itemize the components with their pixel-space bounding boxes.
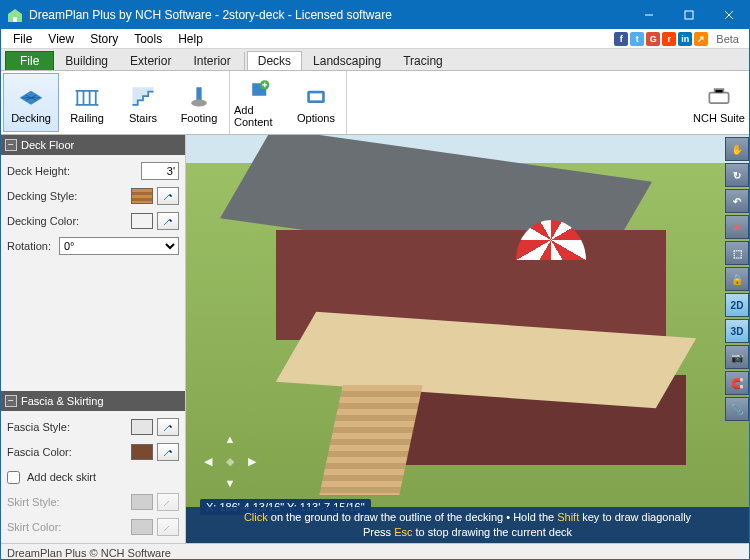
camera-tool[interactable]: 📷 — [725, 345, 749, 369]
panel-body-deck-floor: Deck Height: Decking Style: Decking Colo… — [1, 155, 185, 262]
decking-color-swatch[interactable] — [131, 213, 153, 229]
window-title: DreamPlan Plus by NCH Software - 2story-… — [29, 8, 629, 22]
fascia-color-swatch[interactable] — [131, 444, 153, 460]
menu-help[interactable]: Help — [170, 30, 211, 48]
delete-tool[interactable]: ✕ — [725, 215, 749, 239]
social-facebook-icon[interactable]: f — [614, 32, 628, 46]
collapse-icon[interactable]: − — [5, 395, 17, 407]
panel-header-deck-floor[interactable]: − Deck Floor — [1, 135, 185, 155]
skirt-color-label: Skirt Color: — [7, 521, 127, 533]
beta-label: Beta — [716, 33, 739, 45]
nav-left[interactable]: ◀ — [200, 453, 216, 469]
ribbon-group-content: Add Content Options — [230, 71, 347, 134]
snap-tool[interactable]: 🧲 — [725, 371, 749, 395]
rotation-select[interactable]: 0° — [59, 237, 179, 255]
undo-tool[interactable]: ↶ — [725, 189, 749, 213]
skirt-color-row: Skirt Color: — [7, 517, 179, 537]
social-twitter-icon[interactable]: t — [630, 32, 644, 46]
ribbon-label: NCH Suite — [693, 112, 745, 124]
fascia-color-picker[interactable] — [157, 443, 179, 461]
add-content-icon — [246, 77, 274, 102]
ribbon-decking-button[interactable]: Decking — [3, 73, 59, 132]
svg-rect-7 — [709, 92, 728, 103]
scene-render — [186, 135, 749, 543]
ribbon-add-content-button[interactable]: Add Content — [232, 73, 288, 132]
collapse-icon[interactable]: − — [5, 139, 17, 151]
eyedropper-icon — [162, 521, 174, 533]
ribbon-label: Railing — [70, 112, 104, 124]
minimize-button[interactable] — [629, 1, 669, 29]
menu-story[interactable]: Story — [82, 30, 126, 48]
deck-height-input[interactable] — [141, 162, 179, 180]
attach-tool[interactable]: 📎 — [725, 397, 749, 421]
viewport-3d[interactable]: ✋ ↻ ↶ ✕ ⬚ 🔒 2D 3D 📷 🧲 📎 ▲ ▼ ◀ ▶ ◆ X: 186… — [186, 135, 749, 543]
options-icon — [302, 82, 330, 110]
fascia-style-picker[interactable] — [157, 418, 179, 436]
railing-icon — [73, 82, 101, 110]
tab-building[interactable]: Building — [54, 51, 119, 70]
skirt-style-picker — [157, 493, 179, 511]
eyedropper-icon — [162, 421, 174, 433]
side-panel: − Deck Floor Deck Height: Decking Style:… — [1, 135, 186, 543]
decking-style-picker[interactable] — [157, 187, 179, 205]
fascia-style-label: Fascia Style: — [7, 421, 127, 433]
skirt-color-picker — [157, 518, 179, 536]
tab-decks[interactable]: Decks — [247, 51, 302, 70]
ribbon-footing-button[interactable]: Footing — [171, 73, 227, 132]
rotation-label: Rotation: — [7, 240, 55, 252]
ribbon-stairs-button[interactable]: Stairs — [115, 73, 171, 132]
deck-height-row: Deck Height: — [7, 161, 179, 181]
panel-body-fascia: Fascia Style: Fascia Color: Add deck ski… — [1, 411, 185, 543]
fascia-color-row: Fascia Color: — [7, 442, 179, 462]
fascia-style-swatch[interactable] — [131, 419, 153, 435]
eyedropper-icon — [162, 190, 174, 202]
ribbon-group-deck: Decking Railing Stairs Footing — [1, 71, 230, 134]
social-reddit-icon[interactable]: r — [662, 32, 676, 46]
decking-style-swatch[interactable] — [131, 188, 153, 204]
main-area: − Deck Floor Deck Height: Decking Style:… — [1, 135, 749, 543]
tab-tracing[interactable]: Tracing — [392, 51, 454, 70]
skirt-style-row: Skirt Style: — [7, 492, 179, 512]
svg-rect-6 — [310, 93, 322, 100]
view-3d-button[interactable]: 3D — [725, 319, 749, 343]
viewport-toolbar: ✋ ↻ ↶ ✕ ⬚ 🔒 2D 3D 📷 🧲 📎 — [723, 135, 749, 423]
ribbon-railing-button[interactable]: Railing — [59, 73, 115, 132]
nav-right[interactable]: ▶ — [244, 453, 260, 469]
nav-down[interactable]: ▼ — [222, 475, 238, 491]
pan-tool[interactable]: ✋ — [725, 137, 749, 161]
panel-title: Fascia & Skirting — [21, 395, 104, 407]
panel-header-fascia[interactable]: − Fascia & Skirting — [1, 391, 185, 411]
view-2d-button[interactable]: 2D — [725, 293, 749, 317]
ribbon-nch-suite-button[interactable]: NCH Suite — [691, 73, 747, 132]
social-share-icon[interactable]: ↗ — [694, 32, 708, 46]
close-button[interactable] — [709, 1, 749, 29]
orbit-tool[interactable]: ↻ — [725, 163, 749, 187]
status-text: DreamPlan Plus © NCH Software — [7, 547, 171, 559]
nav-up[interactable]: ▲ — [222, 431, 238, 447]
ribbon-group-suite: NCH Suite — [689, 71, 749, 134]
add-skirt-label: Add deck skirt — [27, 471, 179, 483]
add-skirt-checkbox[interactable] — [7, 471, 20, 484]
maximize-button[interactable] — [669, 1, 709, 29]
social-google-icon[interactable]: G — [646, 32, 660, 46]
titlebar: DreamPlan Plus by NCH Software - 2story-… — [1, 1, 749, 29]
select-tool[interactable]: ⬚ — [725, 241, 749, 265]
nav-center[interactable]: ◆ — [222, 453, 238, 469]
tab-file[interactable]: File — [5, 51, 54, 70]
ribbon-label: Add Content — [234, 104, 286, 128]
skirt-color-swatch — [131, 519, 153, 535]
lock-tool[interactable]: 🔒 — [725, 267, 749, 291]
tab-exterior[interactable]: Exterior — [119, 51, 182, 70]
menu-file[interactable]: File — [5, 30, 40, 48]
decking-color-picker[interactable] — [157, 212, 179, 230]
ribbon-label: Options — [297, 112, 335, 124]
ribbon: Decking Railing Stairs Footing Add Conte… — [1, 71, 749, 135]
menu-view[interactable]: View — [40, 30, 82, 48]
ribbon-label: Decking — [11, 112, 51, 124]
tab-landscaping[interactable]: Landscaping — [302, 51, 392, 70]
social-linkedin-icon[interactable]: in — [678, 32, 692, 46]
ribbon-options-button[interactable]: Options — [288, 73, 344, 132]
hint-bar: Click on the ground to draw the outline … — [186, 507, 749, 543]
tab-interior[interactable]: Interior — [182, 51, 241, 70]
menu-tools[interactable]: Tools — [126, 30, 170, 48]
